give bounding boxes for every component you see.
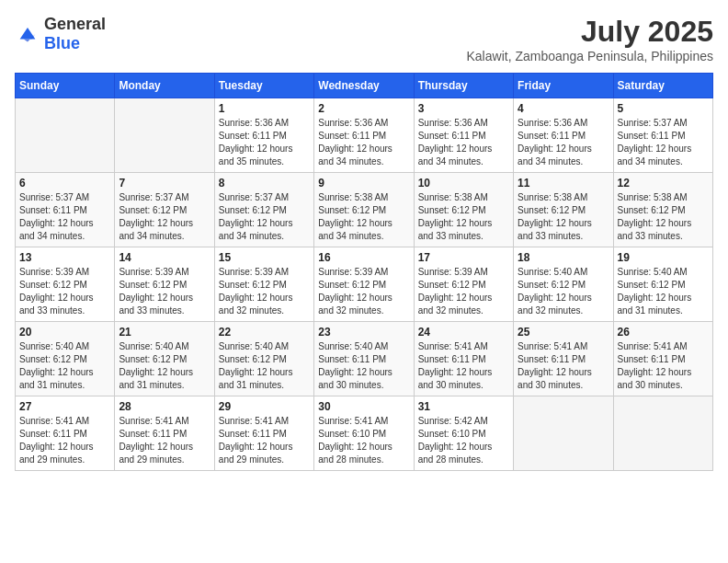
day-number: 8 bbox=[219, 177, 310, 190]
calendar-cell: 7Sunrise: 5:37 AM Sunset: 6:12 PM Daylig… bbox=[115, 173, 214, 247]
calendar-cell: 29Sunrise: 5:41 AM Sunset: 6:11 PM Dayli… bbox=[214, 396, 313, 471]
day-info: Sunrise: 5:41 AM Sunset: 6:11 PM Dayligh… bbox=[119, 415, 210, 466]
day-info: Sunrise: 5:37 AM Sunset: 6:12 PM Dayligh… bbox=[119, 191, 210, 243]
calendar-cell bbox=[514, 396, 613, 471]
calendar-cell: 23Sunrise: 5:40 AM Sunset: 6:11 PM Dayli… bbox=[314, 322, 414, 396]
calendar-table: SundayMondayTuesdayWednesdayThursdayFrid… bbox=[15, 73, 713, 471]
day-info: Sunrise: 5:36 AM Sunset: 6:11 PM Dayligh… bbox=[518, 117, 609, 168]
calendar-cell bbox=[613, 396, 712, 471]
logo: General Blue bbox=[15, 15, 106, 53]
day-info: Sunrise: 5:40 AM Sunset: 6:11 PM Dayligh… bbox=[318, 340, 409, 392]
calendar-cell: 3Sunrise: 5:36 AM Sunset: 6:11 PM Daylig… bbox=[414, 98, 513, 173]
calendar-week-1: 1Sunrise: 5:36 AM Sunset: 6:11 PM Daylig… bbox=[16, 98, 713, 173]
day-number: 13 bbox=[19, 251, 110, 264]
day-header-thursday: Thursday bbox=[414, 74, 513, 98]
day-info: Sunrise: 5:40 AM Sunset: 6:12 PM Dayligh… bbox=[219, 340, 310, 392]
calendar-cell: 13Sunrise: 5:39 AM Sunset: 6:12 PM Dayli… bbox=[16, 247, 115, 322]
calendar-cell: 28Sunrise: 5:41 AM Sunset: 6:11 PM Dayli… bbox=[115, 396, 214, 471]
day-info: Sunrise: 5:39 AM Sunset: 6:12 PM Dayligh… bbox=[19, 266, 110, 317]
day-info: Sunrise: 5:37 AM Sunset: 6:11 PM Dayligh… bbox=[19, 191, 110, 243]
day-info: Sunrise: 5:39 AM Sunset: 6:12 PM Dayligh… bbox=[318, 266, 409, 317]
calendar-week-4: 20Sunrise: 5:40 AM Sunset: 6:12 PM Dayli… bbox=[16, 322, 713, 396]
day-info: Sunrise: 5:38 AM Sunset: 6:12 PM Dayligh… bbox=[418, 191, 509, 243]
day-number: 14 bbox=[119, 251, 210, 264]
calendar-cell bbox=[16, 98, 115, 173]
day-info: Sunrise: 5:41 AM Sunset: 6:10 PM Dayligh… bbox=[318, 415, 409, 466]
day-info: Sunrise: 5:41 AM Sunset: 6:11 PM Dayligh… bbox=[618, 340, 709, 392]
day-info: Sunrise: 5:36 AM Sunset: 6:11 PM Dayligh… bbox=[318, 117, 409, 168]
day-header-monday: Monday bbox=[115, 74, 214, 98]
day-number: 18 bbox=[518, 251, 609, 264]
day-number: 22 bbox=[219, 326, 310, 339]
calendar-cell: 4Sunrise: 5:36 AM Sunset: 6:11 PM Daylig… bbox=[514, 98, 613, 173]
day-number: 31 bbox=[418, 400, 509, 413]
calendar-cell: 9Sunrise: 5:38 AM Sunset: 6:12 PM Daylig… bbox=[314, 173, 414, 247]
calendar-cell: 6Sunrise: 5:37 AM Sunset: 6:11 PM Daylig… bbox=[16, 173, 115, 247]
day-number: 24 bbox=[418, 326, 509, 339]
day-number: 10 bbox=[418, 177, 509, 190]
day-number: 16 bbox=[318, 251, 409, 264]
calendar-cell: 22Sunrise: 5:40 AM Sunset: 6:12 PM Dayli… bbox=[214, 322, 313, 396]
day-number: 28 bbox=[119, 400, 210, 413]
calendar-cell: 14Sunrise: 5:39 AM Sunset: 6:12 PM Dayli… bbox=[115, 247, 214, 322]
day-number: 5 bbox=[618, 102, 709, 115]
calendar-cell: 24Sunrise: 5:41 AM Sunset: 6:11 PM Dayli… bbox=[414, 322, 513, 396]
day-number: 6 bbox=[19, 177, 110, 190]
calendar-cell: 5Sunrise: 5:37 AM Sunset: 6:11 PM Daylig… bbox=[613, 98, 712, 173]
svg-marker-0 bbox=[20, 28, 36, 40]
calendar-cell: 8Sunrise: 5:37 AM Sunset: 6:12 PM Daylig… bbox=[214, 173, 313, 247]
day-info: Sunrise: 5:38 AM Sunset: 6:12 PM Dayligh… bbox=[618, 191, 709, 243]
day-info: Sunrise: 5:40 AM Sunset: 6:12 PM Dayligh… bbox=[119, 340, 210, 392]
day-number: 17 bbox=[418, 251, 509, 264]
location-title: Kalawit, Zamboanga Peninsula, Philippine… bbox=[467, 49, 714, 63]
calendar-cell: 19Sunrise: 5:40 AM Sunset: 6:12 PM Dayli… bbox=[613, 247, 712, 322]
day-number: 4 bbox=[518, 102, 609, 115]
day-info: Sunrise: 5:37 AM Sunset: 6:11 PM Dayligh… bbox=[618, 117, 709, 168]
day-number: 25 bbox=[518, 326, 609, 339]
calendar-cell: 18Sunrise: 5:40 AM Sunset: 6:12 PM Dayli… bbox=[514, 247, 613, 322]
calendar-cell bbox=[115, 98, 214, 173]
calendar-cell: 27Sunrise: 5:41 AM Sunset: 6:11 PM Dayli… bbox=[16, 396, 115, 471]
day-number: 11 bbox=[518, 177, 609, 190]
day-info: Sunrise: 5:39 AM Sunset: 6:12 PM Dayligh… bbox=[119, 266, 210, 317]
calendar-cell: 11Sunrise: 5:38 AM Sunset: 6:12 PM Dayli… bbox=[514, 173, 613, 247]
day-info: Sunrise: 5:38 AM Sunset: 6:12 PM Dayligh… bbox=[518, 191, 609, 243]
day-number: 29 bbox=[219, 400, 310, 413]
calendar-cell: 21Sunrise: 5:40 AM Sunset: 6:12 PM Dayli… bbox=[115, 322, 214, 396]
calendar-cell: 10Sunrise: 5:38 AM Sunset: 6:12 PM Dayli… bbox=[414, 173, 513, 247]
logo-general: General bbox=[44, 15, 106, 33]
calendar-cell: 2Sunrise: 5:36 AM Sunset: 6:11 PM Daylig… bbox=[314, 98, 414, 173]
day-number: 20 bbox=[19, 326, 110, 339]
day-info: Sunrise: 5:41 AM Sunset: 6:11 PM Dayligh… bbox=[518, 340, 609, 392]
day-header-tuesday: Tuesday bbox=[214, 74, 313, 98]
day-header-saturday: Saturday bbox=[613, 74, 712, 98]
day-number: 27 bbox=[19, 400, 110, 413]
day-number: 2 bbox=[318, 102, 409, 115]
calendar-cell: 25Sunrise: 5:41 AM Sunset: 6:11 PM Dayli… bbox=[514, 322, 613, 396]
title-block: July 2025 Kalawit, Zamboanga Peninsula, … bbox=[467, 15, 714, 63]
day-info: Sunrise: 5:36 AM Sunset: 6:11 PM Dayligh… bbox=[219, 117, 310, 168]
day-info: Sunrise: 5:38 AM Sunset: 6:12 PM Dayligh… bbox=[318, 191, 409, 243]
day-info: Sunrise: 5:40 AM Sunset: 6:12 PM Dayligh… bbox=[518, 266, 609, 317]
day-info: Sunrise: 5:40 AM Sunset: 6:12 PM Dayligh… bbox=[618, 266, 709, 317]
calendar-cell: 12Sunrise: 5:38 AM Sunset: 6:12 PM Dayli… bbox=[613, 173, 712, 247]
logo-icon bbox=[15, 21, 40, 47]
day-number: 1 bbox=[219, 102, 310, 115]
day-info: Sunrise: 5:41 AM Sunset: 6:11 PM Dayligh… bbox=[19, 415, 110, 466]
calendar-week-3: 13Sunrise: 5:39 AM Sunset: 6:12 PM Dayli… bbox=[16, 247, 713, 322]
day-number: 21 bbox=[119, 326, 210, 339]
day-info: Sunrise: 5:40 AM Sunset: 6:12 PM Dayligh… bbox=[19, 340, 110, 392]
day-header-sunday: Sunday bbox=[16, 74, 115, 98]
calendar-week-5: 27Sunrise: 5:41 AM Sunset: 6:11 PM Dayli… bbox=[16, 396, 713, 471]
calendar-header-row: SundayMondayTuesdayWednesdayThursdayFrid… bbox=[16, 74, 713, 98]
day-number: 15 bbox=[219, 251, 310, 264]
day-header-friday: Friday bbox=[514, 74, 613, 98]
day-number: 19 bbox=[618, 251, 709, 264]
month-title: July 2025 bbox=[467, 15, 714, 49]
day-header-wednesday: Wednesday bbox=[314, 74, 414, 98]
calendar-cell: 15Sunrise: 5:39 AM Sunset: 6:12 PM Dayli… bbox=[214, 247, 313, 322]
calendar-cell: 31Sunrise: 5:42 AM Sunset: 6:10 PM Dayli… bbox=[414, 396, 513, 471]
day-number: 26 bbox=[618, 326, 709, 339]
calendar-cell: 30Sunrise: 5:41 AM Sunset: 6:10 PM Dayli… bbox=[314, 396, 414, 471]
day-info: Sunrise: 5:39 AM Sunset: 6:12 PM Dayligh… bbox=[418, 266, 509, 317]
